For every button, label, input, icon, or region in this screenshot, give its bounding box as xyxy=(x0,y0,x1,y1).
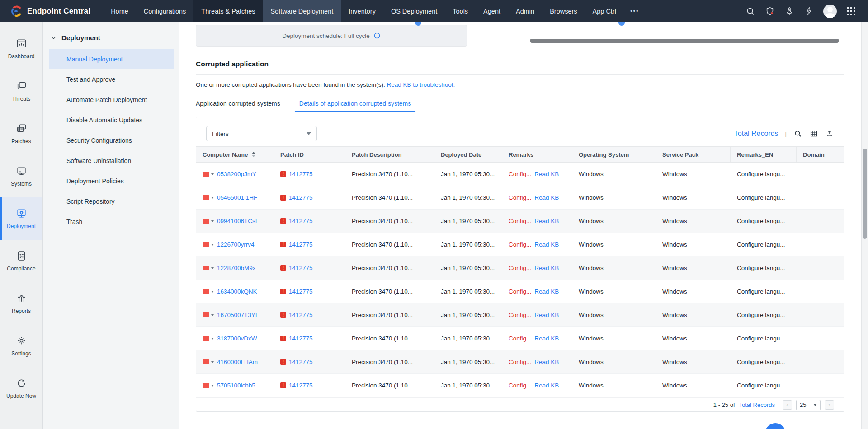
rocket-icon[interactable] xyxy=(784,6,794,16)
security-shield-icon[interactable] xyxy=(765,6,775,16)
patch-id-link[interactable]: 1412775 xyxy=(289,171,313,177)
lightning-icon[interactable] xyxy=(804,6,814,16)
row-actions-caret-icon[interactable] xyxy=(211,361,214,363)
sidebar-item-update-now[interactable]: Update Now xyxy=(0,367,42,410)
remark-error-text[interactable]: Config... xyxy=(509,312,531,318)
read-kb-link[interactable]: Read KB xyxy=(534,359,559,365)
remark-error-text[interactable]: Config... xyxy=(509,288,531,295)
nav-item-tools[interactable]: Tools xyxy=(445,0,476,22)
computer-name-link[interactable]: 16705007T3YI xyxy=(217,312,257,318)
nav-item-home[interactable]: Home xyxy=(103,0,136,22)
submenu-item-test-and-approve[interactable]: Test and Approve xyxy=(49,69,174,89)
computer-name-link[interactable]: 1228700bM9x xyxy=(217,265,256,271)
remark-error-text[interactable]: Config... xyxy=(509,265,531,271)
table-row[interactable]: 09941006TCsf 1412775 Precision 3470 (1.1… xyxy=(196,210,844,233)
computer-name-link[interactable]: 0538200pJmY xyxy=(217,171,256,177)
read-kb-link[interactable]: Read KB xyxy=(534,218,559,224)
row-actions-caret-icon[interactable] xyxy=(211,197,214,199)
table-row[interactable]: 3187000vDxW 1412775 Precision 3470 (1.10… xyxy=(196,327,844,350)
read-kb-link[interactable]: Read KB xyxy=(534,335,559,342)
column-header-service-pack[interactable]: Service Pack xyxy=(656,147,731,162)
column-header-operating-system[interactable]: Operating System xyxy=(572,147,656,162)
column-header-remarks-en[interactable]: Remarks_EN xyxy=(731,147,797,162)
submenu-item-automate-patch-deployment[interactable]: Automate Patch Deployment xyxy=(49,89,174,110)
remark-error-text[interactable]: Config... xyxy=(509,194,531,201)
nav-item-inventory[interactable]: Inventory xyxy=(341,0,383,22)
table-search-icon[interactable] xyxy=(793,129,802,138)
row-actions-caret-icon[interactable] xyxy=(211,173,214,175)
table-row[interactable]: 1226700yrrv4 1412775 Precision 3470 (1.1… xyxy=(196,233,844,256)
read-kb-link[interactable]: Read KB xyxy=(534,241,559,248)
search-icon[interactable] xyxy=(745,6,755,16)
nav-item-admin[interactable]: Admin xyxy=(508,0,542,22)
table-row[interactable]: 0538200pJmY 1412775 Precision 3470 (1.10… xyxy=(196,163,844,186)
table-row[interactable]: 5705100ichb5 1412775 Precision 3470 (1.1… xyxy=(196,374,844,397)
remark-error-text[interactable]: Config... xyxy=(509,171,531,177)
submenu-item-disable-automatic-updates[interactable]: Disable Automatic Updates xyxy=(49,110,174,130)
read-kb-link[interactable]: Read KB xyxy=(534,288,559,295)
column-header-patch-description[interactable]: Patch Description xyxy=(345,147,434,162)
computer-name-link[interactable]: 05465001I1HF xyxy=(217,194,257,201)
computer-name-link[interactable]: 5705100ichb5 xyxy=(217,382,255,389)
patch-id-link[interactable]: 1412775 xyxy=(289,382,313,389)
row-actions-caret-icon[interactable] xyxy=(211,314,214,316)
patch-id-link[interactable]: 1412775 xyxy=(289,241,313,248)
row-actions-caret-icon[interactable] xyxy=(211,220,214,222)
column-header-computer-name[interactable]: Computer Name xyxy=(196,147,274,162)
tab-application-corrupted-systems[interactable]: Application corrupted systems xyxy=(196,100,280,112)
submenu-item-deployment-policies[interactable]: Deployment Policies xyxy=(49,171,174,191)
row-actions-caret-icon[interactable] xyxy=(211,267,214,269)
nav-item-browsers[interactable]: Browsers xyxy=(542,0,585,22)
remark-error-text[interactable]: Config... xyxy=(509,241,531,248)
submenu-item-trash[interactable]: Trash xyxy=(49,211,174,232)
row-actions-caret-icon[interactable] xyxy=(211,338,214,340)
table-row[interactable]: 16705007T3YI 1412775 Precision 3470 (1.1… xyxy=(196,303,844,327)
previous-page-button[interactable]: ‹ xyxy=(783,400,792,410)
nav-item-configurations[interactable]: Configurations xyxy=(136,0,194,22)
nav-overflow-menu[interactable]: ••• xyxy=(624,0,646,22)
computer-name-link[interactable]: 4160000LHAm xyxy=(217,359,258,365)
nav-item-os-deployment[interactable]: OS Deployment xyxy=(383,0,445,22)
remark-error-text[interactable]: Config... xyxy=(509,335,531,342)
read-kb-link[interactable]: Read KB xyxy=(534,265,559,271)
sidebar-item-dashboard[interactable]: Dashboard xyxy=(0,28,42,70)
table-row[interactable]: 05465001I1HF 1412775 Precision 3470 (1.1… xyxy=(196,186,844,210)
remark-error-text[interactable]: Config... xyxy=(509,218,531,224)
patch-id-link[interactable]: 1412775 xyxy=(289,288,313,295)
patch-id-link[interactable]: 1412775 xyxy=(289,265,313,271)
sort-icon[interactable] xyxy=(252,152,255,157)
tab-details-of-application-corrupted-systems[interactable]: Details of application corrupted systems xyxy=(299,100,411,112)
submenu-item-security-configurations[interactable]: Security Configurations xyxy=(49,130,174,150)
nav-item-software-deployment[interactable]: Software Deployment xyxy=(263,0,341,22)
read-kb-link[interactable]: Read KB xyxy=(534,171,559,177)
remark-error-text[interactable]: Config... xyxy=(509,359,531,365)
column-header-remarks[interactable]: Remarks xyxy=(502,147,572,162)
patch-id-link[interactable]: 1412775 xyxy=(289,312,313,318)
submenu-item-software-uninstallation[interactable]: Software Uninstallation xyxy=(49,150,174,171)
submenu-header[interactable]: Deployment xyxy=(43,34,179,42)
column-header-deployed-date[interactable]: Deployed Date xyxy=(434,147,502,162)
vertical-scrollbar[interactable] xyxy=(861,22,868,429)
read-kb-link[interactable]: Read KB xyxy=(534,194,559,201)
apps-grid-icon[interactable] xyxy=(846,6,856,16)
row-actions-caret-icon[interactable] xyxy=(211,385,214,387)
info-icon[interactable] xyxy=(373,32,381,39)
read-kb-link[interactable]: Read KB xyxy=(534,382,559,389)
read-kb-link[interactable]: Read KB xyxy=(534,312,559,318)
nav-item-agent[interactable]: Agent xyxy=(476,0,508,22)
computer-name-link[interactable]: 1226700yrrv4 xyxy=(217,241,255,248)
submenu-item-script-repository[interactable]: Script Repository xyxy=(49,191,174,211)
horizontal-scrollbar-thumb[interactable] xyxy=(530,39,839,43)
next-page-button[interactable]: › xyxy=(825,400,834,410)
row-actions-caret-icon[interactable] xyxy=(211,244,214,246)
patch-id-link[interactable]: 1412775 xyxy=(289,335,313,342)
column-chooser-icon[interactable] xyxy=(809,129,818,138)
nav-item-app-ctrl[interactable]: App Ctrl xyxy=(585,0,624,22)
vertical-scrollbar-thumb[interactable] xyxy=(863,149,867,239)
remark-error-text[interactable]: Config... xyxy=(509,382,531,389)
column-header-patch-id[interactable]: Patch ID xyxy=(274,147,345,162)
table-row[interactable]: 1634000kQNK 1412775 Precision 3470 (1.10… xyxy=(196,280,844,303)
submenu-item-manual-deployment[interactable]: Manual Deployment xyxy=(49,49,174,69)
sidebar-item-patches[interactable]: Patches xyxy=(0,112,42,155)
sidebar-item-threats[interactable]: Threats xyxy=(0,70,42,112)
